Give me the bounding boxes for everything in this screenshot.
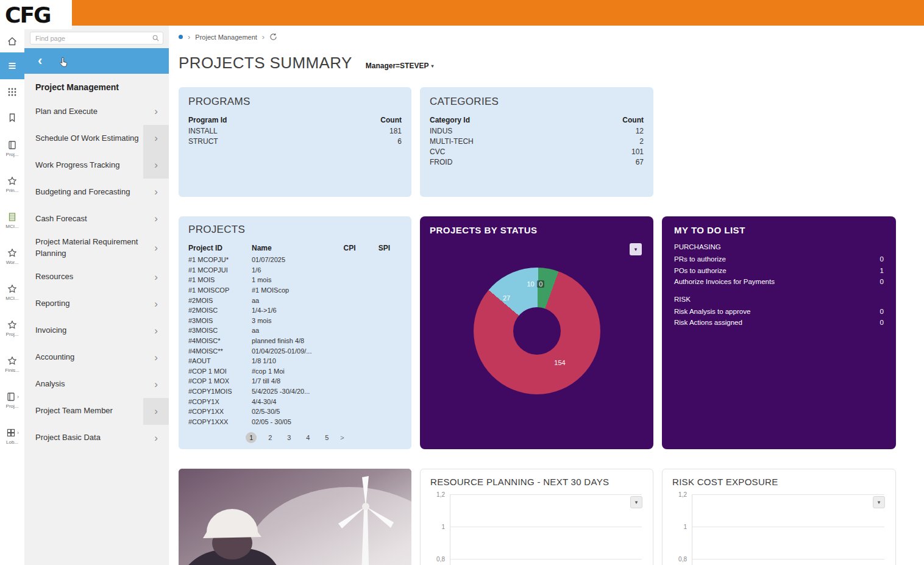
breadcrumb-home-dot[interactable]	[179, 35, 183, 39]
sidebar-menu-item[interactable]: Project Team Member ›	[24, 398, 169, 425]
star-icon	[7, 355, 18, 366]
project-row[interactable]: #2MOIS aa	[188, 295, 402, 305]
y-tick-label: 0,8	[672, 556, 687, 563]
risk-chart-plot: 1,2 1 0,8	[672, 494, 886, 565]
col-spi: SPI	[367, 244, 402, 252]
rail-menu-button[interactable]	[0, 52, 24, 79]
todo-item[interactable]: Risk Analysis to approve 0	[674, 306, 884, 318]
rail-shortcut-label: Proj...	[6, 332, 19, 337]
category-row[interactable]: INDUS 12	[430, 126, 644, 137]
projects-pagination: 1 2 3 4 5 >	[188, 432, 402, 443]
project-row[interactable]: #COP 1 MOI #cop 1 Moi	[188, 366, 402, 377]
rail-shortcut-1[interactable]: Proj...	[0, 130, 24, 166]
engineer-wind-turbine-image	[179, 469, 411, 565]
sidebar-menu-item[interactable]: Project Material Requirement Planning ›	[24, 232, 169, 264]
sidebar-menu-item[interactable]: Budgeting and Forecasting ›	[24, 179, 169, 205]
chevron-right-icon: ›	[143, 318, 169, 344]
rail-apps-button[interactable]	[0, 79, 24, 105]
project-row[interactable]: #1 MCOPJU* 01/07/2025	[188, 255, 402, 265]
rail-shortcut-2[interactable]: Prin...	[0, 166, 24, 202]
page-button[interactable]: 3	[283, 432, 294, 443]
project-row[interactable]: #4MOISC* planned finish 4/8	[188, 336, 402, 346]
category-row[interactable]: CVC 101	[430, 147, 644, 157]
donut-label-zero: 0	[537, 280, 544, 288]
project-row[interactable]: #COPY1XX 02/5-30/5	[188, 407, 402, 417]
sidebar-menu-item[interactable]: Invoicing ›	[24, 318, 169, 344]
project-row[interactable]: #COPY1XXX 02/05 - 30/05	[188, 417, 402, 427]
project-row[interactable]: #1 MOIS 1 mois	[188, 275, 402, 285]
project-id: #2MOISC	[188, 307, 252, 314]
sidebar-menu-item[interactable]: Work Progress Tracking ›	[24, 152, 169, 179]
sidebar-item-label: Analysis	[24, 371, 143, 398]
category-count: 12	[636, 126, 644, 137]
donut-label-blue: 27	[503, 294, 510, 302]
program-row[interactable]: INSTALL 181	[188, 126, 402, 137]
sidebar-menu-item[interactable]: Cash Forecast ›	[24, 205, 169, 232]
rail-shortcut-5[interactable]: MCI...	[0, 274, 24, 310]
project-row[interactable]: #1 MOISCOP #1 MOIScop	[188, 285, 402, 296]
todo-item[interactable]: Authorize Invoices for Payments 0	[674, 276, 884, 288]
find-page-input[interactable]	[30, 32, 163, 44]
todo-item[interactable]: POs to authorize 1	[674, 265, 884, 277]
project-id: #AOUT	[188, 357, 252, 364]
table-icon	[7, 211, 18, 222]
rail-bookmark-button[interactable]	[0, 105, 24, 130]
category-count: 67	[636, 157, 644, 168]
todo-section-risk: Risk Analysis to approve 0 Risk Actions …	[674, 306, 884, 329]
project-id: #4MOISC**	[188, 347, 252, 355]
app-logo[interactable]: CFG	[0, 0, 72, 29]
categories-table-header: Category Id Count	[430, 115, 644, 126]
todo-item[interactable]: PRs to authorize 0	[674, 254, 884, 265]
sidebar-menu-item[interactable]: Schedule Of Work Estimating ›	[24, 125, 169, 152]
project-row[interactable]: #3MOISC aa	[188, 325, 402, 336]
project-row[interactable]: #3MOIS 3 mois	[188, 316, 402, 326]
page-button[interactable]: 4	[302, 432, 313, 443]
gridline	[692, 494, 884, 495]
project-row[interactable]: #AOUT 1/8 1/10	[188, 356, 402, 366]
category-row[interactable]: FROID 67	[430, 157, 644, 168]
chart-dropdown-button[interactable]: ▾	[630, 243, 642, 255]
rail-shortcut-4[interactable]: Wor...	[0, 238, 24, 274]
rail-shortcut-9[interactable]: › Lob...	[0, 418, 24, 454]
project-row[interactable]: #COPY1MOIS 5/4/2025 -30/4/20...	[188, 386, 402, 397]
gridline	[450, 527, 642, 527]
project-row[interactable]: #4MOISC** 01/04/2025-01/09/...	[188, 346, 402, 356]
page-button[interactable]: 1	[246, 432, 257, 443]
sidebar-menu-item[interactable]: Analysis ›	[24, 371, 169, 398]
project-name: 1/6	[252, 266, 332, 274]
rail-home-button[interactable]	[0, 30, 24, 52]
navigation-sidebar: ‹ Project Management Plan and Execute › …	[24, 26, 169, 565]
rail-shortcut-3[interactable]: MCI...	[0, 202, 24, 238]
manager-filter-label: Manager=STEVEP	[366, 62, 429, 70]
rail-shortcut-7[interactable]: Finis...	[0, 346, 24, 382]
icon-rail: Proj... Prin... MCI... Wor... MCI... Pro…	[0, 26, 24, 565]
category-row[interactable]: MULTI-TECH 2	[430, 137, 644, 147]
rail-shortcut-6[interactable]: Proj...	[0, 310, 24, 346]
todo-item[interactable]: Risk Actions assigned 0	[674, 317, 884, 329]
sidebar-menu-item[interactable]: Accounting ›	[24, 344, 169, 371]
refresh-icon[interactable]	[269, 33, 277, 41]
program-row[interactable]: STRUCT 6	[188, 137, 402, 147]
home-icon	[7, 36, 18, 47]
sidebar-menu-item[interactable]: Project Basic Data ›	[24, 425, 169, 452]
sidebar-menu-item[interactable]: Plan and Execute ›	[24, 98, 169, 125]
y-tick-label: 1	[430, 524, 445, 530]
todo-item-count: 1	[880, 265, 884, 277]
status-donut[interactable]: 154 27 10 0	[474, 268, 600, 394]
rail-shortcut-8[interactable]: › Proj...	[0, 382, 24, 418]
sidebar-menu-item[interactable]: Reporting ›	[24, 291, 169, 318]
next-page-button[interactable]: >	[340, 434, 344, 441]
gridline	[450, 494, 642, 495]
project-row[interactable]: #2MOISC 1/4->1/6	[188, 305, 402, 316]
manager-filter-dropdown[interactable]: Manager=STEVEP ▾	[366, 62, 434, 70]
project-row[interactable]: #1 MCOPJUI 1/6	[188, 265, 402, 275]
sidebar-back-button[interactable]: ‹	[24, 48, 169, 74]
project-row[interactable]: #COP 1 MOX 1/7 till 4/8	[188, 376, 402, 386]
page-button[interactable]: 5	[321, 432, 332, 443]
project-row[interactable]: #COPY1X 4/4-30/4	[188, 396, 402, 407]
sidebar-menu-item[interactable]: Resources ›	[24, 264, 169, 291]
project-name: #1 MOIScop	[252, 286, 332, 294]
page-button[interactable]: 2	[265, 432, 275, 443]
breadcrumb-link[interactable]: Project Management	[195, 34, 257, 41]
donut-hole	[513, 307, 561, 355]
